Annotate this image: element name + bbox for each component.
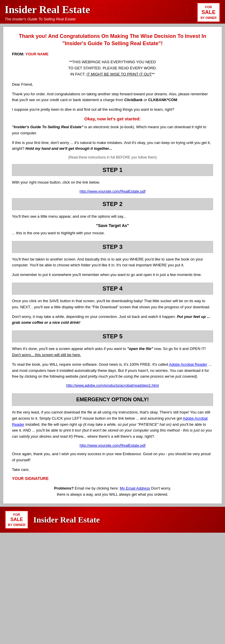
step5-para1: When it's done, you'll see a screen appe… (12, 346, 213, 358)
notice-line1: **THIS WEBPAGE HAS EVERYTHING YOU NEED (69, 60, 156, 64)
read-note: (Read these instructions in full BEFORE … (12, 155, 213, 159)
footer-badge: FOR SALE BY OWNER (5, 510, 29, 529)
notice-print-text: IT MIGHT BE WISE TO PRINT IT OUT (87, 72, 152, 76)
notice-line3-pre: IN FACT, (70, 72, 87, 76)
center-notice: **THIS WEBPAGE HAS EVERYTHING YOU NEED T… (12, 59, 213, 77)
footer-title: Insider Real Estate (33, 515, 100, 525)
from-name: YOUR NAME (25, 52, 48, 56)
para-2: I suppose you're pretty keen to dive in … (12, 107, 213, 113)
step2-text: You'll then see a little menu appear, an… (12, 214, 213, 220)
your-signature: YOUR SIGNATURE (12, 476, 213, 481)
emergency-para2: Once again, thank you, and I wish you ev… (12, 451, 213, 463)
badge-for: FOR (201, 5, 217, 9)
read-instructions-link[interactable]: (Read these instructions in full BEFORE … (68, 155, 157, 159)
step1-link-display: http://www.yoursite.com/RealEstate.pdf (12, 189, 213, 193)
badge-sale: SALE (201, 9, 217, 16)
dear-friend: Dear Friend, (12, 82, 213, 88)
clkbank-bold: CLKBANK*COM (148, 98, 177, 102)
site-subtitle: The Insider's Guide To Selling Real Esta… (5, 17, 220, 21)
problems-line: Problems? Email me by clicking here: My … (12, 485, 213, 498)
step4-para2-pre: Don't worry, it may take a while, depend… (12, 314, 177, 319)
step3-para2: Just remember to put it somewhere you'll… (12, 272, 213, 278)
emergency-end: Phew... where there's a will there's a w… (73, 434, 155, 439)
step5-para2: To read the book, you WILL require some … (12, 362, 213, 380)
step5-adobe-url[interactable]: http://www.adobe.com/products/acrobat/re… (66, 383, 159, 388)
step5-adobe-link-display: http://www.adobe.com/products/acrobat/re… (12, 383, 213, 388)
step2-header: STEP 2 (12, 198, 213, 210)
footer-badge-by-owner: BY OWNER (8, 523, 25, 527)
problems-text2: Don't worry, (150, 486, 171, 490)
ebook-intro: "Insider's Guide To Selling Real Estate"… (12, 124, 213, 136)
step4-para2: Don't worry, it may take a while, depend… (12, 314, 213, 326)
problems-bold: Problems? (54, 486, 73, 490)
emergency-heading: EMERGENCY OPTION ONLY! (12, 393, 213, 406)
problems-text: Email me by clicking here: (74, 486, 120, 490)
emergency-mid: installed, the file will open right up (24, 422, 83, 427)
step5-para2-italic: (and pretty much you'll be using the sam… (79, 374, 198, 379)
notice-line2: TO GET STARTED. PLEASE READ EVERY WORD. (68, 66, 157, 70)
para-1: Thank you for order. And congratulations… (12, 91, 213, 103)
notice-line3-post: ** (152, 72, 155, 76)
step5-pre: When it's done, you'll see a screen appe… (12, 346, 127, 351)
site-footer: FOR SALE BY OWNER Insider Real Estate (0, 507, 225, 533)
step5-underline: Don't worry... this screen will still be… (12, 353, 81, 357)
emergency-link-display: http://www.yoursite.com/RealEstate.pdf (12, 443, 213, 448)
step1-text: With your right mouse button, click on t… (12, 180, 213, 186)
hold-my-hand: Hold my hand and we'll get through it to… (25, 146, 112, 151)
footer-badge-sale: SALE (8, 517, 25, 523)
step1-link[interactable]: http://www.yoursite.com/RealEstate.pdf (80, 189, 145, 193)
step2-quote: "Save Target As" (12, 223, 213, 228)
step5-post: now. So go for it and OPEN IT! (153, 346, 206, 351)
step3-para1: You'll then be taken to another screen. … (12, 256, 213, 269)
step5-header: STEP 5 (12, 330, 213, 342)
site-title: Insider Real Estate (5, 3, 220, 16)
from-line: FROM: YOUR NAME (12, 52, 213, 56)
emergency-italic1: (it may take a while, so put your "PATIE… (83, 422, 171, 427)
step3-header: STEP 3 (12, 241, 213, 253)
step1-header: STEP 1 (12, 164, 213, 176)
take-care: Take care, (12, 467, 213, 473)
from-label: FROM: (12, 52, 24, 56)
step4-para1: Once you click on the SAVE button in tha… (12, 298, 213, 310)
step5-para2-pre: To read the book, you WILL require some … (12, 362, 169, 367)
badge-by-owner: BY OWNER (201, 16, 217, 20)
footer-badge-for: FOR (8, 513, 25, 517)
first-time-para: If this is your first time, don't worry … (12, 140, 213, 152)
problems-email-link[interactable]: My Email Address (120, 486, 150, 490)
step5-open-file: "open the file" (127, 346, 153, 351)
ebook-title-bold: "Insider's Guide To Selling Real Estate" (12, 125, 83, 129)
step5-adobe-link[interactable]: Adobe Acrobat Reader (169, 362, 207, 367)
outer-wrapper: Thank you! And Congratulations On Making… (0, 24, 225, 507)
okay-heading: Okay, now let's get started: (12, 116, 213, 121)
problems-line2: there is always a way, and you WILL alwa… (57, 492, 168, 497)
emergency-para1: At the very least, if you cannot downloa… (12, 409, 213, 440)
emergency-pre: At the very least, if you cannot downloa… (12, 410, 210, 420)
for-sale-badge: FOR SALE BY OWNER (197, 2, 220, 22)
step2-text2: ... this is the one you want to highligh… (12, 230, 213, 236)
emergency-link[interactable]: http://www.yoursite.com/RealEstate.pdf (80, 443, 145, 448)
clickbank-bold: ClickBank (124, 98, 143, 102)
site-header: INSIDER REAL ESTATE INSIDER Insider Real… (0, 0, 225, 24)
step4-header: STEP 4 (12, 283, 213, 295)
thank-you-heading: Thank you! And Congratulations On Making… (12, 33, 213, 47)
content-area: Thank you! And Congratulations On Making… (3, 27, 222, 504)
